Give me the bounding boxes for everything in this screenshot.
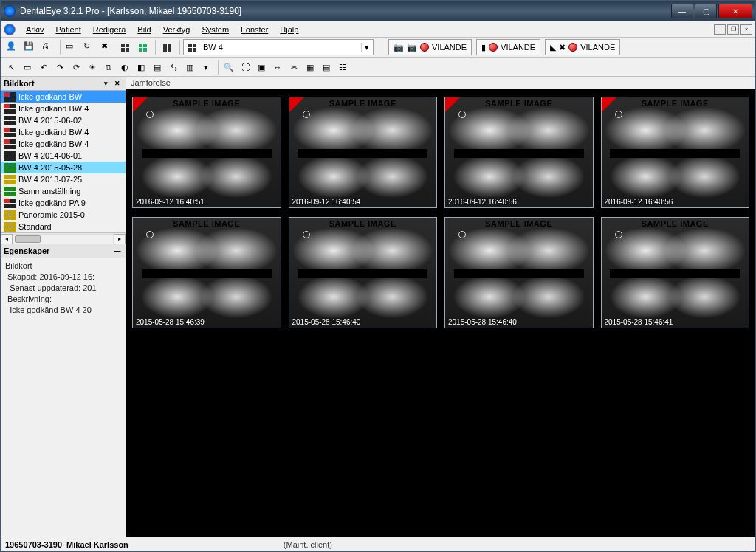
menu-fonster[interactable]: Fönster <box>235 24 274 35</box>
ruler-button[interactable]: ▤ <box>319 60 334 75</box>
card-icon <box>2 151 17 161</box>
bildkort-item-label: Sammanställning <box>18 187 80 196</box>
more-button[interactable]: ▾ <box>199 60 213 75</box>
menu-redigera[interactable]: Redigera <box>87 24 132 35</box>
zoom-fit-button[interactable]: ⛶ <box>238 60 252 75</box>
sharpen-button[interactable]: ◧ <box>134 60 148 75</box>
timestamp-label: 2015-05-28 15:46:40 <box>448 318 517 326</box>
minimize-button[interactable]: — <box>671 4 693 18</box>
zoom-in-button[interactable]: 🔍 <box>221 60 236 75</box>
panel-collapse-button[interactable]: — <box>112 246 123 256</box>
timestamp-label: 2015-05-28 15:46:40 <box>292 318 361 326</box>
maximize-button[interactable]: ▢ <box>695 4 717 18</box>
select-tool-button[interactable]: ▭ <box>20 60 35 75</box>
xray-thumbnail[interactable]: SAMPLE IMAGE2015-05-28 15:46:40 <box>289 217 438 328</box>
panel-menu-button[interactable]: ▾ <box>100 78 111 89</box>
invert-button[interactable]: ▤ <box>150 60 165 75</box>
columns-button[interactable]: ▥ <box>182 60 197 75</box>
sensor-icon: ▮ <box>481 43 486 52</box>
reject-button[interactable]: ✖ <box>99 39 115 55</box>
xray-thumbnail[interactable]: SAMPLE IMAGE2015-05-28 15:46:39 <box>132 217 281 328</box>
zoom-actual-button[interactable]: ▣ <box>254 60 269 75</box>
xray-thumbnail[interactable]: SAMPLE IMAGE2016-09-12 16:40:54 <box>289 97 438 208</box>
grid-overlay-button[interactable]: ▦ <box>303 60 317 75</box>
menu-arkiv[interactable]: Arkiv <box>20 24 49 35</box>
brightness-button[interactable]: ☀ <box>85 60 100 75</box>
crop-button[interactable]: ✂ <box>286 60 301 75</box>
flip-button[interactable]: ⇆ <box>166 60 181 75</box>
new-card-button[interactable]: ▭ <box>63 39 80 55</box>
bildkort-item[interactable]: Panoramic 2015-0 <box>1 209 126 221</box>
bildkort-item[interactable]: BW 4 2015-05-28 <box>1 162 126 173</box>
measure-button[interactable]: ↔ <box>270 60 285 75</box>
rotate-button[interactable]: ⟳ <box>69 60 83 75</box>
mdi-close-button[interactable]: × <box>740 24 752 35</box>
bildkort-item-label: Panoramic 2015-0 <box>18 210 85 219</box>
save-button[interactable]: 💾 <box>21 39 38 55</box>
bildkort-item[interactable]: BW 4 2013-07-25 <box>1 173 126 185</box>
scroll-right-button[interactable]: ▸ <box>114 234 126 244</box>
bildkort-item[interactable]: Standard <box>1 221 126 232</box>
xray-thumbnail[interactable]: SAMPLE IMAGE2016-09-12 16:40:51 <box>132 97 281 208</box>
grid-view-button[interactable] <box>134 39 151 55</box>
open-patient-button[interactable]: 👤 <box>4 39 20 55</box>
status-patient-id: 19650703-3190 <box>5 540 62 549</box>
prop-group: Bildkort <box>5 261 121 272</box>
close-button[interactable]: ✕ <box>718 4 752 18</box>
scroll-left-button[interactable]: ◂ <box>1 234 13 244</box>
app-menu-icon[interactable] <box>4 24 16 35</box>
statusbar: 19650703-3190 Mikael Karlsson (Maint. cl… <box>1 537 755 551</box>
card-icon <box>2 127 17 137</box>
menu-bild[interactable]: Bild <box>131 24 157 35</box>
capture-device-3[interactable]: ◣ ✖ VILANDE <box>545 39 620 55</box>
scroll-thumb[interactable] <box>15 235 41 243</box>
xray-image <box>602 97 749 207</box>
bildkort-item-label: Icke godkänd BW 4 <box>18 104 89 113</box>
pointer-tool-button[interactable]: ↖ <box>4 60 18 75</box>
bildkort-item[interactable]: Icke godkänd BW <box>1 91 126 103</box>
menu-hjalp[interactable]: Hjälp <box>274 24 304 35</box>
titlebar[interactable]: DentalEye 3.2.1 Pro - [Karlsson, Mikael … <box>1 1 755 21</box>
undo-button[interactable]: ↶ <box>36 60 51 75</box>
histogram-button[interactable]: ⧉ <box>101 60 116 75</box>
body: Bildkort ▾ ✕ Icke godkänd BWIcke godkänd… <box>1 77 755 537</box>
bildkort-item[interactable]: Icke godkänd BW 4 <box>1 138 126 150</box>
xray-thumbnail[interactable]: SAMPLE IMAGE2016-09-12 16:40:56 <box>444 97 594 208</box>
bildkort-item[interactable]: BW 4 2014-06-01 <box>1 150 126 162</box>
scanner-off-icon: ✖ <box>559 43 566 52</box>
contrast-button[interactable]: ◐ <box>117 60 132 75</box>
xray-thumbnail[interactable]: SAMPLE IMAGE2015-05-28 15:46:40 <box>444 217 594 328</box>
watermark: SAMPLE IMAGE <box>289 99 437 108</box>
scroll-track[interactable] <box>13 234 114 244</box>
mdi-minimize-button[interactable]: _ <box>714 24 726 35</box>
template-dropdown[interactable]: BW 4 ▾ <box>183 39 374 55</box>
bildkort-item[interactable]: Icke godkänd BW 4 <box>1 103 126 114</box>
list-hscrollbar[interactable]: ◂ ▸ <box>1 232 126 244</box>
panel-close-button[interactable]: ✕ <box>112 78 123 89</box>
capture-device-1[interactable]: 📷 📷 VILANDE <box>388 39 472 55</box>
menu-verktyg[interactable]: Verktyg <box>157 24 196 35</box>
bildkort-item[interactable]: BW 4 2015-06-02 <box>1 114 126 126</box>
bildkort-item[interactable]: Icke godkänd PA 9 <box>1 197 126 209</box>
bildkort-item[interactable]: Icke godkänd BW 4 <box>1 126 126 138</box>
bildkort-item[interactable]: Sammanställning <box>1 185 126 197</box>
menu-patient[interactable]: Patient <box>49 24 86 35</box>
thumbnail-view-button[interactable] <box>117 39 133 55</box>
menu-system[interactable]: System <box>196 24 235 35</box>
mdi-restore-button[interactable]: ❐ <box>727 24 739 35</box>
xray-thumbnail[interactable]: SAMPLE IMAGE2015-05-28 15:46:41 <box>601 217 750 328</box>
list-view-button[interactable] <box>159 39 175 55</box>
xray-image <box>133 218 281 328</box>
redo-button[interactable]: ↷ <box>52 60 67 75</box>
orientation-marker-icon <box>303 231 310 238</box>
status-patient-name: Mikael Karlsson <box>66 540 128 549</box>
main-view: Jämförelse SAMPLE IMAGE2016-09-12 16:40:… <box>126 77 755 537</box>
refresh-button[interactable]: ↻ <box>81 39 97 55</box>
orientation-marker-icon <box>615 111 622 118</box>
xray-thumbnail[interactable]: SAMPLE IMAGE2016-09-12 16:40:56 <box>601 97 750 208</box>
print-button[interactable]: 🖨 <box>39 39 55 55</box>
window-title: DentalEye 3.2.1 Pro - [Karlsson, Mikael … <box>20 6 670 16</box>
filter-button[interactable]: ☷ <box>335 60 350 75</box>
capture-device-2[interactable]: ▮ VILANDE <box>476 39 540 55</box>
bildkort-item-label: Icke godkänd PA 9 <box>18 199 86 207</box>
